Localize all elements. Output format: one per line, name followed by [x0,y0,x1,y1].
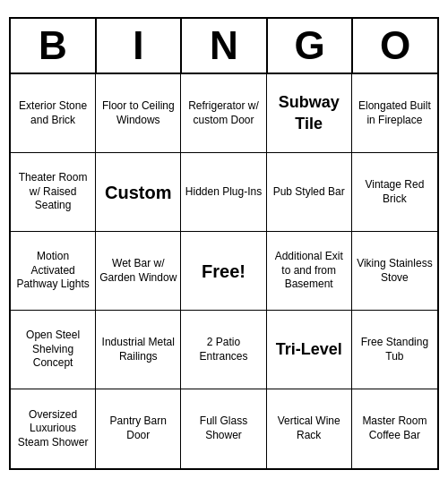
bingo-cell: Free! [181,232,266,311]
bingo-card: BINGO Exterior Stone and BrickFloor to C… [9,17,439,470]
bingo-cell: Refrigerator w/ custom Door [181,74,266,153]
bingo-cell: Elongated Built in Fireplace [352,74,437,153]
header-letter: B [11,19,97,73]
bingo-cell: Industrial Metal Railings [96,311,181,389]
bingo-cell: Pub Styled Bar [267,153,352,232]
bingo-cell: Tri-Level [267,311,352,389]
bingo-cell: 2 Patio Entrances [181,311,266,389]
bingo-grid: Exterior Stone and BrickFloor to Ceiling… [11,74,437,468]
bingo-cell: Free Standing Tub [352,311,437,389]
bingo-cell: Hidden Plug-Ins [181,153,266,232]
bingo-cell: Vintage Red Brick [352,153,437,232]
bingo-cell: Master Room Coffee Bar [352,389,437,468]
bingo-cell: Motion Activated Pathway Lights [11,232,96,311]
header-letter: N [182,19,268,73]
bingo-cell: Vertical Wine Rack [267,389,352,468]
bingo-cell: Floor to Ceiling Windows [96,74,181,153]
bingo-cell: Full Glass Shower [181,389,266,468]
bingo-cell: Viking Stainless Stove [352,232,437,311]
bingo-cell: Custom [96,153,181,232]
bingo-cell: Open Steel Shelving Concept [11,311,96,389]
header-letter: I [97,19,183,73]
bingo-cell: Additional Exit to and from Basement [267,232,352,311]
header-letter: G [268,19,354,73]
bingo-header: BINGO [11,19,437,74]
bingo-cell: Subway Tile [267,74,352,153]
bingo-cell: Pantry Barn Door [96,389,181,468]
bingo-cell: Theater Room w/ Raised Seating [11,153,96,232]
bingo-cell: Exterior Stone and Brick [11,74,96,153]
bingo-cell: Wet Bar w/ Garden Window [96,232,181,311]
header-letter: O [353,19,437,73]
bingo-cell: Oversized Luxurious Steam Shower [11,389,96,468]
